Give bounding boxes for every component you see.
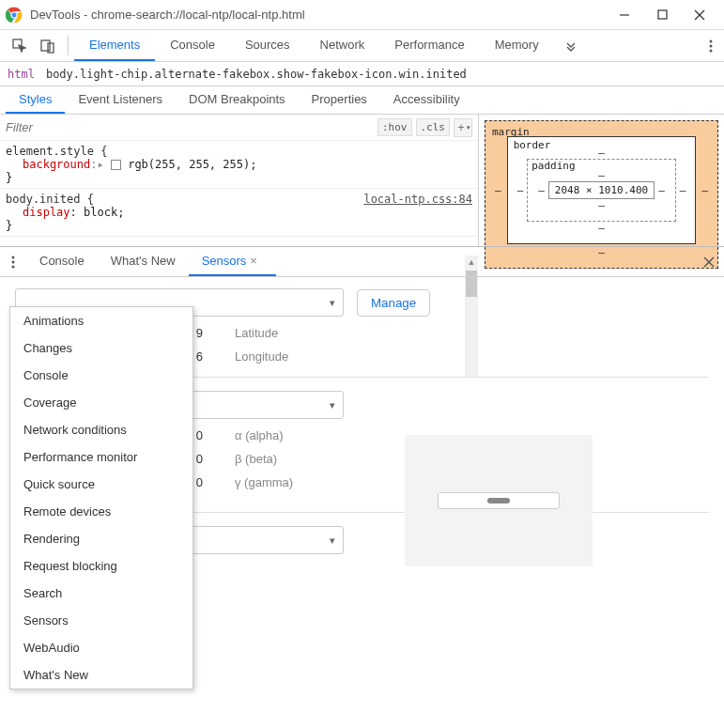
- source-file-link[interactable]: local-ntp.css:84: [363, 193, 472, 206]
- box-model-content: 2048 × 1010.400: [548, 181, 655, 199]
- color-swatch-icon[interactable]: [111, 160, 121, 170]
- menu-item-rendering[interactable]: Rendering: [10, 525, 193, 552]
- svg-rect-8: [41, 40, 50, 51]
- separator: [68, 36, 69, 55]
- alpha-label: α (alpha): [235, 428, 284, 442]
- devtools-menu-icon[interactable]: [698, 30, 724, 61]
- drawer-tab-whatsnew[interactable]: What's New: [98, 247, 189, 276]
- styles-filter-input[interactable]: [0, 120, 377, 134]
- inspect-element-icon[interactable]: [6, 30, 34, 61]
- device-icon: [438, 492, 560, 509]
- tab-memory[interactable]: Memory: [480, 30, 554, 61]
- tab-sources[interactable]: Sources: [230, 30, 305, 61]
- tab-properties[interactable]: Properties: [299, 86, 380, 114]
- styles-pane: :hov .cls ＋▾ element.style { background:…: [0, 115, 724, 246]
- css-rule-body-inited[interactable]: local-ntp.css:84 body.inited { display: …: [0, 189, 478, 237]
- tab-dom-breakpoints[interactable]: DOM Breakpoints: [176, 86, 299, 114]
- css-prop-display[interactable]: display: [23, 206, 70, 219]
- new-style-rule-button[interactable]: ＋▾: [454, 118, 472, 137]
- drawer-tab-sensors[interactable]: Sensors ×: [189, 247, 277, 276]
- window-title: DevTools - chrome-search://local-ntp/loc…: [30, 8, 606, 22]
- box-model-border-label: border: [514, 139, 551, 151]
- svg-point-2: [11, 12, 17, 18]
- menu-item-sensors[interactable]: Sensors: [10, 607, 193, 634]
- styles-tabstrip: Styles Event Listeners DOM Breakpoints P…: [0, 86, 724, 115]
- tab-elements[interactable]: Elements: [74, 30, 155, 61]
- css-value[interactable]: : block;: [70, 206, 125, 219]
- tab-console[interactable]: Console: [155, 30, 230, 61]
- close-tab-icon[interactable]: ×: [250, 254, 263, 268]
- close-button[interactable]: [681, 2, 718, 28]
- tab-performance[interactable]: Performance: [379, 30, 479, 61]
- menu-item-quick-source[interactable]: Quick source: [10, 471, 193, 498]
- tab-accessibility[interactable]: Accessibility: [380, 86, 473, 114]
- menu-item-animations[interactable]: Animations: [10, 307, 193, 334]
- window-title-bar: DevTools - chrome-search://local-ntp/loc…: [0, 0, 724, 30]
- menu-item-request-blocking[interactable]: Request blocking: [10, 552, 193, 580]
- svg-rect-4: [658, 10, 667, 19]
- main-tabstrip: Elements Console Sources Network Perform…: [0, 30, 724, 62]
- maximize-button[interactable]: [643, 2, 681, 28]
- breadcrumb-body[interactable]: body.light-chip.alternate-fakebox.show-f…: [46, 68, 467, 81]
- css-rule-element-style[interactable]: element.style { background:▸ rgb(255, 25…: [0, 141, 478, 189]
- gamma-label: γ (gamma): [235, 475, 293, 489]
- dom-breadcrumb[interactable]: html body.light-chip.alternate-fakebox.s…: [0, 62, 724, 86]
- menu-item-network-conditions[interactable]: Network conditions: [10, 416, 193, 443]
- menu-item-performance-monitor[interactable]: Performance monitor: [10, 443, 193, 471]
- chrome-logo-icon: [6, 7, 23, 23]
- orientation-preview[interactable]: [405, 435, 593, 566]
- tab-network[interactable]: Network: [305, 30, 380, 61]
- menu-item-whats-new[interactable]: What's New: [10, 661, 193, 689]
- latitude-label: Latitude: [235, 326, 278, 340]
- menu-item-webaudio[interactable]: WebAudio: [10, 634, 193, 661]
- tab-styles[interactable]: Styles: [6, 86, 65, 114]
- css-prop-background[interactable]: background: [23, 158, 90, 171]
- more-tools-menu: Animations Changes Console Coverage Netw…: [9, 306, 193, 689]
- drawer-more-tools-icon[interactable]: [0, 247, 26, 276]
- svg-point-12: [710, 49, 713, 52]
- css-selector: element.style {: [6, 145, 472, 158]
- toggle-device-icon[interactable]: [34, 30, 62, 61]
- svg-point-11: [710, 44, 713, 47]
- svg-point-13: [12, 256, 15, 258]
- box-model-padding-label: padding: [531, 160, 575, 172]
- menu-item-changes[interactable]: Changes: [10, 334, 193, 362]
- manage-button[interactable]: Manage: [357, 289, 430, 317]
- drawer-close-icon[interactable]: [694, 247, 724, 276]
- more-tabs-icon[interactable]: [554, 30, 588, 61]
- beta-label: β (beta): [235, 452, 277, 466]
- toggle-cls[interactable]: .cls: [416, 118, 451, 136]
- menu-item-search[interactable]: Search: [10, 580, 193, 607]
- longitude-label: Longitude: [235, 349, 288, 364]
- svg-point-10: [710, 39, 713, 42]
- minimize-button[interactable]: [606, 2, 643, 28]
- menu-item-coverage[interactable]: Coverage: [10, 389, 193, 416]
- css-value[interactable]: rgb(255, 255, 255);: [128, 158, 256, 171]
- styles-filter-row: :hov .cls ＋▾: [0, 115, 478, 141]
- svg-point-14: [12, 260, 15, 263]
- menu-item-remote-devices[interactable]: Remote devices: [10, 498, 193, 525]
- drawer-tabstrip: Console What's New Sensors ×: [0, 247, 724, 277]
- svg-point-15: [12, 265, 15, 268]
- drawer-tab-console[interactable]: Console: [26, 247, 98, 276]
- menu-item-console[interactable]: Console: [10, 362, 193, 389]
- breadcrumb-html[interactable]: html: [8, 68, 35, 81]
- tab-event-listeners[interactable]: Event Listeners: [65, 86, 176, 114]
- toggle-hov[interactable]: :hov: [377, 118, 412, 136]
